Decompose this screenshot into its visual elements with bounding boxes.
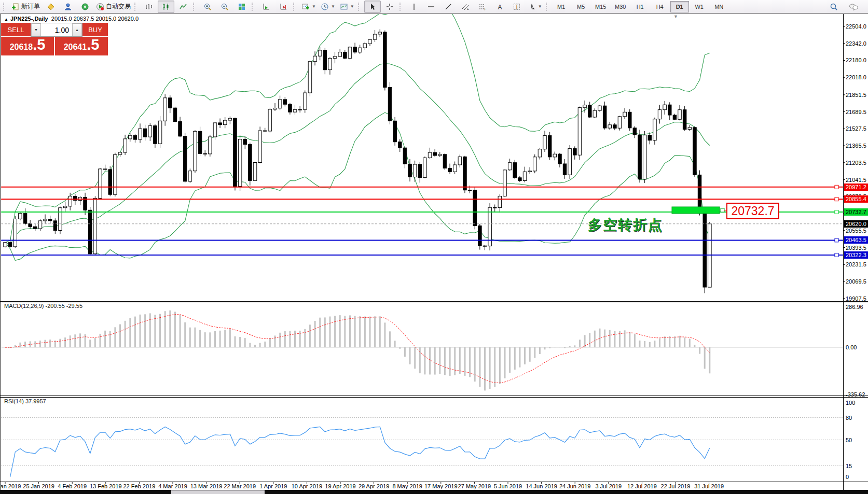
timeframe-d1[interactable]: D1: [670, 1, 689, 12]
chart-canvas[interactable]: [0, 0, 868, 494]
crosshair-button[interactable]: [381, 1, 398, 13]
bottom-strip-light: [171, 490, 265, 494]
timeframe-mn[interactable]: MN: [710, 1, 728, 12]
zoom-out-button[interactable]: [216, 1, 233, 13]
price-axis-tick: 20555.5: [846, 228, 866, 234]
price-level-badge[interactable]: 20971.2: [844, 184, 868, 191]
candlestick-chart-icon: [162, 3, 170, 11]
toolbar-grip[interactable]: [399, 3, 403, 11]
collapse-arrow-icon[interactable]: ▲: [4, 17, 8, 22]
timeframe-m5[interactable]: M5: [572, 1, 590, 12]
tile-windows-button[interactable]: [233, 1, 250, 13]
text-tool-button[interactable]: A: [491, 1, 508, 13]
sell-button[interactable]: SELL: [1, 23, 31, 37]
date-axis-tick[interactable]: 8 May 2019: [392, 483, 422, 489]
date-axis-tick[interactable]: 27 May 2019: [458, 483, 491, 489]
news-button[interactable]: [77, 1, 93, 13]
chart-title: ▲JPN225-,Daily 20015.0 20637.5 20015.0 2…: [4, 16, 139, 22]
eraser-button[interactable]: [43, 1, 59, 13]
auto-scroll-button[interactable]: [275, 1, 292, 13]
cursor-button[interactable]: [364, 1, 381, 13]
date-axis-tick[interactable]: 5 Jun 2019: [494, 483, 522, 489]
pivot-annotation-text[interactable]: 多空转折点: [588, 216, 663, 234]
toolbar-grip[interactable]: [134, 3, 138, 11]
timeframe-m30[interactable]: M30: [611, 1, 630, 12]
channel-tool-button[interactable]: E: [457, 1, 474, 13]
date-axis-tick[interactable]: 3 Jul 2019: [595, 483, 622, 489]
add-indicator-button[interactable]: ▼: [299, 1, 318, 13]
date-axis-tick[interactable]: 13 Mar 2019: [190, 483, 223, 489]
text-label-icon: T: [513, 3, 521, 11]
date-axis-tick[interactable]: 22 Mar 2019: [224, 483, 256, 489]
timeframe-m15[interactable]: M15: [591, 1, 610, 12]
timeframe-h1[interactable]: H1: [631, 1, 650, 12]
caret-down-icon: ▼: [312, 4, 316, 9]
volume-value[interactable]: 1.00: [41, 23, 72, 36]
label-tool-button[interactable]: T: [508, 1, 525, 13]
zoom-in-icon: [203, 3, 212, 11]
buy-button[interactable]: BUY: [82, 23, 108, 37]
date-axis-tick[interactable]: 14 Jun 2019: [526, 483, 557, 489]
date-axis-tick[interactable]: 19 Apr 2019: [325, 483, 355, 489]
fibonacci-tool-button[interactable]: F: [474, 1, 491, 13]
chart-candles-button[interactable]: [158, 1, 174, 13]
toolbar-grip[interactable]: [358, 3, 362, 11]
new-order-button[interactable]: 新订单: [9, 1, 42, 13]
pivot-price-label[interactable]: 20732.7: [726, 203, 779, 219]
date-axis-tick[interactable]: 10 Apr 2019: [292, 483, 322, 489]
template-menu-button[interactable]: ▼: [338, 1, 356, 13]
toolbar-grip[interactable]: [546, 3, 549, 11]
toolbar-grip[interactable]: [193, 3, 197, 11]
period-menu-button[interactable]: ▼: [319, 1, 337, 13]
price-axis-tick: 21203.5: [846, 160, 866, 166]
price-level-badge[interactable]: 20463.5: [844, 236, 868, 244]
volume-decrease-button[interactable]: ▼: [31, 23, 41, 36]
timeframe-w1[interactable]: W1: [690, 1, 709, 12]
auto-trading-label: 自动交易: [106, 2, 131, 11]
price-level-badge[interactable]: 20732.7: [844, 208, 868, 216]
timeframe-m1[interactable]: M1: [552, 1, 571, 12]
date-axis-tick[interactable]: 22 Jul 2019: [661, 483, 691, 489]
toolbar-grip[interactable]: [3, 3, 7, 11]
price-level-badge[interactable]: 20855.4: [844, 195, 868, 203]
search-button[interactable]: [825, 1, 842, 13]
chat-button[interactable]: [845, 1, 862, 13]
auto-scroll-icon: [279, 3, 287, 11]
arrows-menu-button[interactable]: ▼: [526, 1, 544, 13]
chart-bars-button[interactable]: [141, 1, 157, 13]
chart-line-button[interactable]: [175, 1, 191, 13]
date-axis-tick[interactable]: 22 Feb 2019: [123, 483, 156, 489]
date-axis-tick[interactable]: 12 Jul 2019: [627, 483, 657, 489]
volume-increase-button[interactable]: ▲: [72, 23, 82, 36]
date-axis-tick[interactable]: 17 May 2019: [424, 483, 458, 489]
date-axis-tick[interactable]: 1 Apr 2019: [259, 483, 287, 489]
date-axis-tick[interactable]: 4 Mar 2019: [158, 483, 187, 489]
toolbar: 新订单 自动交易: [0, 0, 868, 13]
price-level-badge[interactable]: 20620.0: [844, 220, 868, 228]
date-axis-tick[interactable]: 4 Feb 2019: [58, 483, 87, 489]
toolbar-grip[interactable]: [293, 3, 297, 11]
price-axis-tick: 20393.5: [846, 245, 866, 251]
date-axis-tick[interactable]: 25 Jan 2019: [23, 483, 54, 489]
profile-button[interactable]: [60, 1, 76, 13]
add-indicator-icon: [301, 3, 310, 11]
auto-trading-button[interactable]: 自动交易: [94, 1, 133, 13]
price-level-badge[interactable]: 20322.3: [844, 251, 868, 259]
date-axis-tick[interactable]: 16 Jan 2019: [0, 483, 21, 489]
date-axis-tick[interactable]: 13 Feb 2019: [90, 483, 122, 489]
caret-down-icon: ▼: [350, 4, 354, 9]
sell-price[interactable]: 20618 .5: [1, 37, 54, 55]
timeframe-h4[interactable]: H4: [651, 1, 669, 12]
vline-tool-button[interactable]: [406, 1, 422, 13]
trendline-tool-button[interactable]: [440, 1, 457, 13]
caret-down-icon: ▼: [331, 4, 335, 9]
date-axis-tick[interactable]: 24 Jun 2019: [559, 483, 591, 489]
date-axis-tick[interactable]: 31 Jul 2019: [694, 483, 724, 489]
buy-price[interactable]: 20641 .5: [55, 37, 108, 55]
chart-shift-button[interactable]: [258, 1, 274, 13]
hline-tool-button[interactable]: [423, 1, 439, 13]
zoom-in-button[interactable]: [199, 1, 216, 13]
toolbar-grip[interactable]: [252, 3, 255, 11]
date-axis-tick[interactable]: 29 Apr 2019: [359, 483, 389, 489]
buy-price-main: 20641: [64, 39, 87, 52]
